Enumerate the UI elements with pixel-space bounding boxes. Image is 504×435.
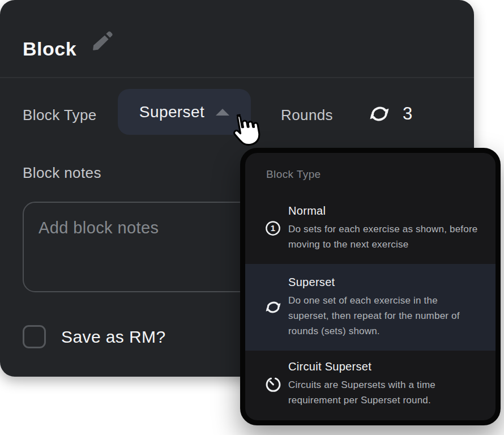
rounds-value[interactable]: 3	[403, 104, 412, 124]
block-type-value: Superset	[139, 103, 204, 121]
block-type-label: Block Type	[23, 106, 97, 124]
cycle-icon	[368, 102, 391, 126]
circled-one-icon: 1	[258, 220, 288, 237]
svg-text:1: 1	[271, 223, 275, 233]
menu-item-description: Circuits are Supersets with a time requi…	[288, 377, 480, 408]
screen: Block Block Type Superset Rounds	[0, 0, 504, 435]
menu-item-title: Circuit Superset	[288, 360, 480, 373]
save-rm-label: Save as RM?	[61, 327, 165, 347]
divider	[0, 77, 474, 78]
menu-item-superset[interactable]: Superset Do one set of each exercise in …	[245, 264, 496, 351]
pencil-icon[interactable]	[91, 28, 116, 53]
rounds-label: Rounds	[281, 106, 333, 124]
menu-item-circuit-superset[interactable]: Circuit Superset Circuits are Supersets …	[245, 351, 496, 417]
block-notes-label: Block notes	[23, 164, 101, 182]
hand-pointer-cursor	[225, 109, 264, 153]
menu-item-title: Normal	[288, 204, 480, 218]
menu-options: 1 Normal Do sets for each exercise as sh…	[245, 192, 496, 417]
menu-header: Block Type	[266, 168, 496, 181]
cycle-icon	[258, 298, 288, 317]
menu-item-normal[interactable]: 1 Normal Do sets for each exercise as sh…	[245, 192, 496, 264]
page-title: Block	[23, 38, 76, 60]
menu-item-title: Superset	[288, 276, 480, 289]
menu-item-description: Do one set of each exercise in the super…	[288, 293, 480, 339]
timer-icon	[258, 375, 288, 394]
block-type-menu: Block Type 1 Normal Do sets for each exe…	[240, 148, 501, 425]
menu-item-description: Do sets for each exercise as shown, befo…	[288, 221, 480, 252]
save-rm-checkbox[interactable]	[23, 325, 46, 348]
